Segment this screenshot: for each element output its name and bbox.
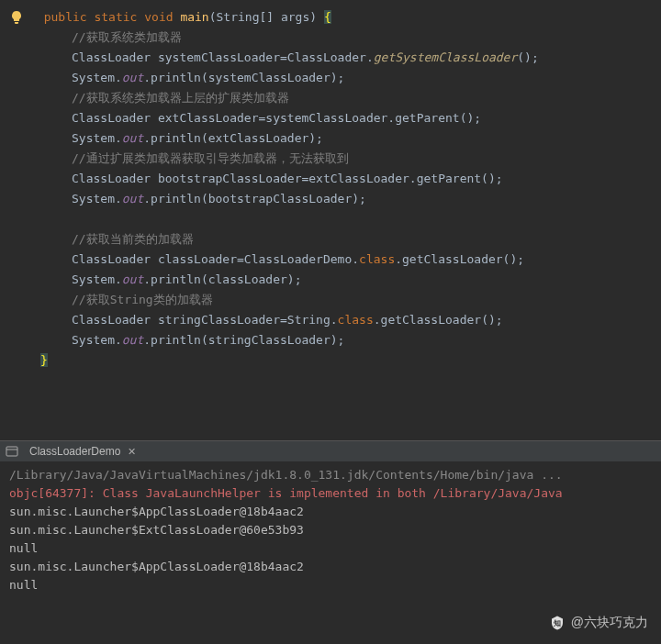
code-line: //获取String类的加载器 (9, 290, 661, 310)
console-line: sun.misc.Launcher$ExtClassLoader@60e53b9… (9, 521, 652, 539)
console-line: /Library/Java/JavaVirtualMachines/jdk1.8… (9, 466, 652, 484)
code-line (9, 209, 661, 229)
svg-text:知: 知 (553, 619, 561, 627)
code-line: ClassLoader bootstrapClassLoader=extClas… (9, 169, 661, 189)
code-line: //获取系统类加载器上层的扩展类加载器 (9, 88, 661, 108)
intention-bulb-icon[interactable] (9, 10, 24, 25)
code-line: //通过扩展类加载器获取引导类加载器，无法获取到 (9, 149, 661, 169)
code-line: //获取当前类的加载器 (9, 229, 661, 250)
code-editor[interactable]: public static void main(String[] args) {… (0, 0, 661, 440)
run-panel-header: ClassLoaderDemo ✕ (0, 440, 661, 462)
console-line: sun.misc.Launcher$AppClassLoader@18b4aac… (9, 503, 652, 521)
watermark: 知 @六块巧克力 (549, 615, 648, 631)
code-line: System.out.println(systemClassLoader); (9, 68, 661, 88)
console-line: null (9, 539, 652, 558)
console-line: sun.misc.Launcher$AppClassLoader@18b4aac… (9, 558, 652, 576)
code-line: System.out.println(classLoader); (9, 270, 661, 290)
console-line-error: objc[64377]: Class JavaLaunchHelper is i… (9, 484, 652, 503)
code-line: //获取系统类加载器 (9, 28, 661, 48)
run-config-icon (6, 445, 18, 458)
code-line: public static void main(String[] args) { (29, 7, 331, 28)
code-line: System.out.println(stringClassLoader); (9, 330, 661, 350)
code-line: System.out.println(extClassLoader); (9, 128, 661, 149)
zhihu-icon: 知 (549, 615, 566, 631)
code-line: ClassLoader extClassLoader=systemClassLo… (9, 108, 661, 128)
code-line: ClassLoader systemClassLoader=ClassLoade… (9, 48, 661, 68)
console-output[interactable]: /Library/Java/JavaVirtualMachines/jdk1.8… (0, 462, 661, 598)
svg-rect-0 (6, 447, 17, 456)
code-line: System.out.println(bootstrapClassLoader)… (9, 189, 661, 209)
run-tab[interactable]: ClassLoaderDemo ✕ (24, 441, 141, 461)
code-line: ClassLoader classLoader=ClassLoaderDemo.… (9, 250, 661, 270)
console-line: null (9, 576, 652, 594)
run-tab-label: ClassLoaderDemo (29, 445, 120, 458)
code-line: ClassLoader stringClassLoader=String.cla… (9, 310, 661, 330)
code-line: } (9, 350, 661, 371)
close-icon[interactable]: ✕ (128, 446, 136, 458)
watermark-text: @六块巧克力 (571, 615, 648, 631)
